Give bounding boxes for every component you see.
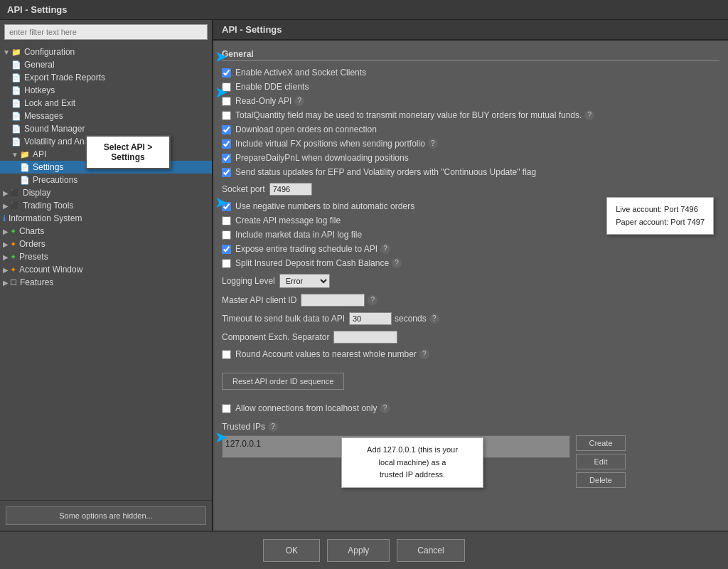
activex-checkbox[interactable]: [222, 68, 231, 78]
sidebar-item-lock-exit[interactable]: 📄 Lock and Exit: [0, 97, 212, 110]
socket-port-input[interactable]: [269, 183, 312, 196]
checkbox-icon: ☐: [10, 278, 17, 287]
round-account-help-icon[interactable]: ?: [419, 349, 429, 359]
port-tooltip: Live account: Port 7496 Paper account: P…: [606, 197, 714, 235]
delete-ip-button[interactable]: Delete: [576, 472, 626, 488]
apply-button[interactable]: Apply: [327, 539, 390, 562]
checkbox-prepare-daily: PrepareDailyPnL when downloading positio…: [222, 151, 719, 165]
sidebar-item-label: API: [33, 149, 46, 159]
trusted-ips-label: Trusted IPs: [222, 422, 265, 432]
allow-localhost-label: Allow connections from localhost only: [235, 403, 377, 413]
content-header: API - Settings: [213, 20, 728, 41]
virtual-fx-help-icon[interactable]: ?: [428, 139, 438, 149]
component-sep-row: Component Exch. Separator: [222, 329, 719, 346]
ip-tooltip: Add 127.0.0.1 (this is your local machin…: [341, 437, 483, 488]
sidebar-item-charts[interactable]: ▶ ✦ Charts: [0, 225, 212, 238]
trading-schedule-checkbox[interactable]: [222, 245, 231, 254]
trusted-ip-value: 127.0.0.1: [225, 439, 261, 449]
sidebar-item-display[interactable]: ▶ ⬛ Display: [0, 186, 212, 199]
dde-label: Enable DDE clients: [235, 82, 309, 92]
sidebar-item-label: Export Trade Reports: [24, 73, 105, 83]
readonly-label: Read-Only API: [235, 96, 291, 106]
sidebar-item-label: General: [24, 60, 55, 70]
sidebar-item-trading-tools[interactable]: ▶ ⬛ Trading Tools: [0, 199, 212, 212]
sidebar-item-label: Lock and Exit: [24, 98, 75, 108]
readonly-checkbox[interactable]: [222, 97, 231, 106]
checkbox-allow-localhost: Allow connections from localhost only ?: [222, 401, 719, 415]
folder-icon: 📁: [20, 150, 30, 159]
blue-dot-icon: ⬛: [10, 188, 20, 198]
checkbox-split-insured: Split Insured Deposit from Cash Balance …: [222, 256, 719, 270]
timeout-help-icon[interactable]: ?: [429, 314, 439, 324]
sidebar-item-export-trade[interactable]: 📄 Export Trade Reports: [0, 71, 212, 84]
sidebar-item-precautions[interactable]: 📄 Precautions: [0, 174, 212, 186]
sidebar: ▼ 📁 Configuration 📄 General 📄 Export Tra…: [0, 20, 213, 531]
sidebar-item-hotkeys[interactable]: 📄 Hotkeys: [0, 84, 212, 97]
chevron-right-icon: ▶: [3, 202, 9, 210]
sidebar-item-configuration[interactable]: ▼ 📁 Configuration: [0, 46, 212, 58]
sidebar-item-general[interactable]: 📄 General: [0, 58, 212, 71]
round-account-checkbox[interactable]: [222, 350, 231, 359]
download-orders-checkbox[interactable]: [222, 125, 231, 134]
sidebar-item-orders[interactable]: ▶ ✦ Orders: [0, 238, 212, 250]
prepare-daily-label: PrepareDailyPnL when downloading positio…: [235, 153, 409, 163]
timeout-label: Timeout to send bulk data to API: [222, 314, 345, 324]
trusted-ips-help-icon[interactable]: ?: [268, 422, 278, 432]
chevron-down-icon: ▼: [3, 48, 10, 56]
totalqty-help-icon[interactable]: ?: [584, 110, 594, 120]
negative-nums-checkbox[interactable]: [222, 202, 231, 211]
doc-icon: 📄: [11, 112, 21, 121]
trading-schedule-help-icon[interactable]: ?: [380, 244, 390, 254]
create-ip-button[interactable]: Create: [576, 435, 626, 451]
totalqty-label: TotalQuantity field may be used to trans…: [235, 110, 582, 120]
socket-port-label: Socket port: [222, 184, 265, 194]
sidebar-item-presets[interactable]: ▶ ✦ Presets: [0, 250, 212, 263]
send-status-checkbox[interactable]: [222, 168, 231, 177]
master-api-help-icon[interactable]: ?: [368, 295, 378, 305]
chevron-right-icon: ▶: [3, 279, 9, 287]
content-title: API - Settings: [222, 24, 282, 35]
sidebar-item-label: Account Window: [19, 265, 82, 275]
doc-icon: 📄: [11, 86, 21, 95]
sidebar-item-messages[interactable]: 📄 Messages: [0, 110, 212, 122]
reset-api-button[interactable]: Reset API order ID sequence: [222, 373, 344, 390]
content-body: ➤ ➤ ➤ ➤ Live account: Port 7496 Paper ac…: [213, 41, 728, 531]
market-data-checkbox[interactable]: [222, 230, 231, 240]
component-sep-input[interactable]: [333, 331, 397, 344]
sidebar-item-sound-manager[interactable]: 📄 Sound Manager: [0, 122, 212, 135]
chevron-right-icon: ▶: [3, 240, 9, 248]
ok-button[interactable]: OK: [263, 539, 320, 562]
readonly-help-icon[interactable]: ?: [294, 96, 304, 106]
checkbox-dde: Enable DDE clients: [222, 80, 719, 94]
master-api-label: Master API client ID: [222, 295, 296, 305]
split-insured-help-icon[interactable]: ?: [392, 258, 402, 268]
timeout-suffix: seconds: [395, 314, 427, 324]
cancel-button[interactable]: Cancel: [397, 539, 464, 562]
filter-input[interactable]: [4, 24, 208, 40]
hidden-options-button[interactable]: Some options are hidden...: [6, 506, 206, 525]
sidebar-item-account-window[interactable]: ▶ ✦ Account Window: [0, 263, 212, 276]
component-sep-label: Component Exch. Separator: [222, 332, 329, 342]
checkbox-download-orders: Download open orders on connection: [222, 122, 719, 137]
split-insured-checkbox[interactable]: [222, 259, 231, 268]
sidebar-item-information[interactable]: ℹ Information System: [0, 212, 212, 225]
totalqty-checkbox[interactable]: [222, 111, 231, 120]
orange-star-icon: ✦: [10, 240, 16, 249]
sidebar-item-features[interactable]: ▶ ☐ Features: [0, 276, 212, 289]
edit-ip-button[interactable]: Edit: [576, 454, 626, 469]
master-api-input[interactable]: [301, 294, 365, 307]
dde-checkbox[interactable]: [222, 83, 231, 92]
sidebar-item-label: Configuration: [24, 47, 75, 57]
prepare-daily-checkbox[interactable]: [222, 154, 231, 163]
title-text: API - Settings: [7, 4, 68, 15]
chevron-right-icon: ▶: [3, 189, 9, 197]
folder-icon: 📁: [11, 48, 21, 57]
master-api-row: Master API client ID ?: [222, 292, 719, 309]
api-log-checkbox[interactable]: [222, 216, 231, 225]
virtual-fx-checkbox[interactable]: [222, 139, 231, 149]
allow-localhost-help-icon[interactable]: ?: [380, 403, 390, 413]
timeout-input[interactable]: [349, 312, 392, 325]
logging-level-select[interactable]: Error Warning Info Debug: [279, 274, 330, 288]
allow-localhost-checkbox[interactable]: [222, 404, 231, 413]
port-line2: Paper account: Port 7497: [616, 216, 705, 229]
